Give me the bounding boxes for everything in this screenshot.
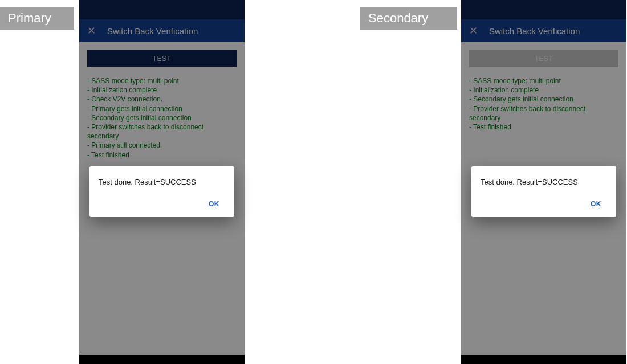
dialog-ok-button[interactable]: OK bbox=[203, 197, 225, 211]
device-label-secondary: Secondary bbox=[360, 7, 457, 30]
dialog-message: Test done. Result=SUCCESS bbox=[99, 178, 225, 186]
dialog-message: Test done. Result=SUCCESS bbox=[481, 178, 607, 186]
result-dialog: Test done. Result=SUCCESS OK bbox=[471, 166, 616, 217]
dialog-actions: OK bbox=[481, 197, 607, 211]
phone-primary: ✕ Switch Back Verification TEST - SASS m… bbox=[79, 0, 245, 364]
dialog-ok-button[interactable]: OK bbox=[585, 197, 607, 211]
phone-secondary: ✕ Switch Back Verification TEST - SASS m… bbox=[461, 0, 626, 364]
device-label-primary: Primary bbox=[0, 7, 74, 30]
result-dialog: Test done. Result=SUCCESS OK bbox=[89, 166, 234, 217]
dialog-actions: OK bbox=[99, 197, 225, 211]
